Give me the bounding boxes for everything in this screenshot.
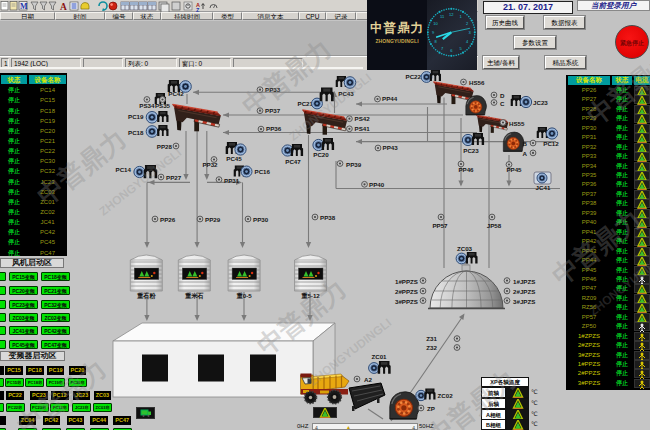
svg-text:JC23: JC23 [533, 99, 548, 106]
svg-text:PP30: PP30 [253, 216, 269, 223]
svg-text:B: B [523, 140, 528, 147]
svg-text:PP46: PP46 [458, 166, 474, 173]
svg-text:ZC02: ZC02 [438, 392, 454, 399]
svg-text:PP37: PP37 [265, 107, 281, 114]
svg-text:ZC03: ZC03 [457, 245, 473, 252]
svg-text:PC19: PC19 [128, 113, 144, 120]
svg-text:PP57: PP57 [432, 222, 448, 229]
svg-text:A: A [523, 150, 528, 157]
svg-text:A2: A2 [364, 376, 372, 383]
svg-text:重5-12: 重5-12 [301, 292, 320, 299]
svg-text:2: 2 [466, 21, 469, 26]
svg-text:9: 9 [432, 30, 435, 35]
svg-text:1: 1 [459, 14, 462, 19]
svg-text:PC12: PC12 [543, 140, 559, 147]
svg-text:M: M [20, 2, 28, 11]
svg-text:2#PPZS: 2#PPZS [395, 288, 418, 295]
svg-text:PS42: PS42 [355, 115, 371, 122]
svg-text:C: C [500, 100, 505, 107]
svg-text:3#JPZS: 3#JPZS [513, 298, 535, 305]
svg-text:1#JPZS: 1#JPZS [513, 278, 535, 285]
svg-text:7: 7 [441, 46, 444, 51]
svg-text:ZC01: ZC01 [371, 353, 387, 360]
svg-text:PC47: PC47 [285, 158, 301, 165]
svg-text:重0-5: 重0-5 [237, 292, 253, 299]
svg-text:PP32: PP32 [202, 161, 218, 168]
svg-text:PC18: PC18 [128, 129, 144, 136]
svg-text:Z32: Z32 [426, 344, 437, 351]
svg-text:11: 11 [440, 14, 445, 19]
svg-text:PS35: PS35 [155, 102, 171, 109]
svg-text:PP36: PP36 [266, 125, 282, 132]
svg-text:PC23: PC23 [463, 147, 479, 154]
svg-text:5: 5 [459, 46, 462, 51]
svg-text:PC20: PC20 [313, 151, 329, 158]
svg-text:PP39: PP39 [346, 161, 362, 168]
svg-text:HS55: HS55 [509, 120, 525, 127]
svg-text:10: 10 [433, 21, 438, 26]
svg-text:HS56: HS56 [469, 79, 485, 86]
svg-text:JP58: JP58 [487, 222, 502, 229]
svg-text:PS41: PS41 [355, 125, 371, 132]
svg-text:PP29: PP29 [205, 216, 221, 223]
svg-text:PP44: PP44 [382, 95, 398, 102]
svg-text:PC43: PC43 [338, 90, 354, 97]
svg-text:PP40: PP40 [369, 181, 385, 188]
svg-text:2#JPZS: 2#JPZS [513, 288, 535, 295]
svg-text:PP26: PP26 [160, 216, 176, 223]
svg-text:12: 12 [449, 12, 454, 17]
svg-text:PP27: PP27 [166, 174, 182, 181]
svg-text:重米石: 重米石 [185, 292, 204, 300]
svg-text:D: D [500, 92, 505, 99]
svg-text:ZP: ZP [427, 405, 435, 412]
svg-text:PP31: PP31 [224, 177, 240, 184]
svg-text:6: 6 [450, 48, 453, 53]
svg-text:PC16: PC16 [255, 168, 271, 175]
svg-text:PC21: PC21 [298, 100, 314, 107]
svg-text:A: A [60, 2, 67, 12]
svg-text:PP33: PP33 [265, 86, 281, 93]
svg-text:PC45: PC45 [226, 155, 242, 162]
svg-text:4: 4 [466, 39, 469, 44]
svg-text:PP43: PP43 [383, 144, 399, 151]
svg-text:8: 8 [434, 39, 437, 44]
svg-text:JC41: JC41 [536, 184, 551, 191]
svg-text:3: 3 [468, 30, 471, 35]
svg-text:PP45: PP45 [506, 166, 522, 173]
svg-text:PP38: PP38 [320, 214, 336, 221]
svg-text:Z31: Z31 [426, 335, 437, 342]
svg-text:PC22: PC22 [406, 73, 422, 80]
svg-text:3#PPZS: 3#PPZS [395, 298, 418, 305]
svg-text:PP28: PP28 [157, 143, 173, 150]
svg-text:1#PPZS: 1#PPZS [395, 278, 418, 285]
svg-text:PC42: PC42 [168, 90, 184, 97]
svg-text:PS34: PS34 [139, 102, 155, 109]
svg-text:重石粉: 重石粉 [137, 292, 156, 300]
svg-text:PC14: PC14 [116, 166, 132, 173]
